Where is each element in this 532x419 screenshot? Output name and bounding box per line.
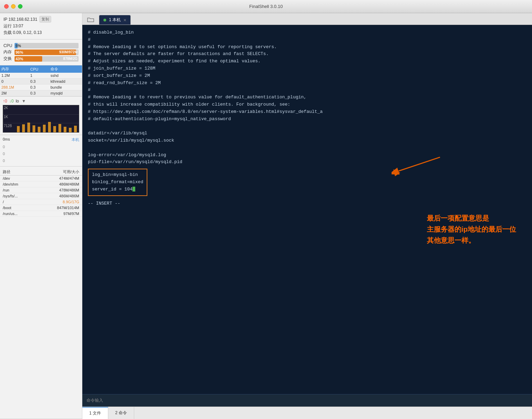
ip-label: IP 192.168.62.131 <box>3 17 37 22</box>
latency-ms: 0ms <box>3 137 10 142</box>
latency-values: 0 0 0 <box>3 144 79 164</box>
folder-button[interactable] <box>85 15 96 25</box>
net-interface: lo <box>16 99 19 104</box>
svg-rect-6 <box>48 122 51 132</box>
process-table: 内存 CPU 命令 1.2M1sshd00.3kthreadd288.1M0.3… <box>0 65 82 96</box>
disk-table-body: /dev474M/474M/dev/shm486M/486M/run478M/4… <box>0 176 82 217</box>
terminal-line: # The server defaults are faster for tra… <box>88 51 526 58</box>
disk-row: /boot847M/1014M <box>0 205 82 211</box>
terminal-line: # https://dev.mysql.com/doc/refman/8.0/e… <box>88 108 526 116</box>
svg-rect-11 <box>74 126 77 132</box>
svg-rect-5 <box>43 125 46 132</box>
svg-rect-3 <box>33 125 35 132</box>
config-line-1: log_bin=mysql-bin <box>92 171 143 179</box>
net-dropdown-icon[interactable]: ▼ <box>22 99 26 104</box>
terminal-line: # Adjust sizes as needed, experiment to … <box>88 58 526 65</box>
terminal-line: # this will increase compatibility with … <box>88 101 526 108</box>
process-table-body: 1.2M1sshd00.3kthreadd288.1M0.3bundle2M0.… <box>0 73 82 96</box>
annotation-arrow-container <box>392 150 447 181</box>
terminal-line: # disable_log_bin <box>88 29 526 36</box>
cpu-progress: CPU 5% <box>3 43 79 48</box>
disk-section: 路径 可用/大小 /dev474M/474M/dev/shm486M/486M/… <box>0 167 82 419</box>
tab-status-dot <box>103 19 106 21</box>
insert-label: -- INSERT -- <box>88 200 526 207</box>
col-mem: 内存 <box>0 65 29 73</box>
annotation-text: 最后一项配置意思是 主服务器的ip地址的最后一位 其他意思一样。 <box>427 213 516 246</box>
latency-section: 0ms 本机 0 0 0 <box>0 135 82 167</box>
app-title: FinalShell 3.0.10 <box>249 4 283 9</box>
disk-row: /8.9G/17G <box>0 199 82 205</box>
net-down: ↓0 <box>9 99 14 104</box>
terminal-line: # default-authentication-plugin=mysql_na… <box>88 116 526 123</box>
process-row: 1.2M1sshd <box>0 73 82 79</box>
process-row: 2M0.3mysqld <box>0 90 82 96</box>
process-row: 288.1M0.3bundle <box>0 84 82 90</box>
mem-bar-bg: 96% 930M/972M <box>15 50 79 55</box>
swap-bar-bg: 43% 878M/2G <box>15 56 79 62</box>
col-cmd: 命令 <box>49 65 82 73</box>
disk-row: /dev/shm486M/486M <box>0 181 82 187</box>
disk-row: /run478M/486M <box>0 187 82 193</box>
titlebar: FinalShell 3.0.10 <box>0 0 532 13</box>
svg-rect-0 <box>17 126 20 132</box>
runtime-row: 运行 13:07 <box>3 23 79 29</box>
svg-rect-10 <box>69 128 72 132</box>
network-chart: 2K 1K 712B <box>3 105 79 133</box>
terminal-content[interactable]: # disable_log_bin## Remove leading # to … <box>82 25 532 394</box>
col-avail: 可用/大小 <box>35 169 82 176</box>
terminal-line: # join_buffer_size = 128M <box>88 65 526 72</box>
process-section: 内存 CPU 命令 1.2M1sshd00.3kthreadd288.1M0.3… <box>0 65 82 97</box>
app-body: IP 192.168.62.131 复制 运行 13:07 负载 0.09, 0… <box>0 13 532 419</box>
right-panel: 1 本机 × # disable_log_bin## Remove leadin… <box>82 13 532 419</box>
terminal-line: log-error=/var/log/mysqld.log <box>88 152 526 159</box>
tab-local[interactable]: 1 本机 × <box>99 15 131 25</box>
svg-rect-7 <box>53 126 56 132</box>
folder-icon <box>87 17 94 23</box>
tab-label: 1 本机 <box>109 17 121 23</box>
sidebar: IP 192.168.62.131 复制 运行 13:07 负载 0.09, 0… <box>0 13 82 419</box>
terminal-line: socket=/var/lib/mysql/mysql.sock <box>88 137 526 144</box>
process-table-header: 内存 CPU 命令 <box>0 65 82 73</box>
cpu-bar-bg: 5% <box>15 43 79 48</box>
runtime-label: 运行 13:07 <box>3 23 23 29</box>
col-cpu: CPU <box>29 65 49 73</box>
terminal-area: # disable_log_bin## Remove leading # to … <box>82 25 532 407</box>
disk-table: 路径 可用/大小 /dev474M/474M/dev/shm486M/486M/… <box>0 169 82 217</box>
annotation-arrow-svg <box>392 150 447 178</box>
terminal-line: # Remove leading # to revert to previous… <box>88 94 526 101</box>
latency-local: 本机 <box>72 137 79 142</box>
process-row: 00.3kthreadd <box>0 79 82 84</box>
highlighted-config-box: log_bin=mysql-bin binlog_format=mixed se… <box>88 169 147 196</box>
resource-section: CPU 5% 内存 96% 930M/972M 交换 <box>0 39 82 65</box>
swap-label: 交换 <box>3 56 13 62</box>
mem-progress: 内存 96% 930M/972M <box>3 49 79 55</box>
cpu-value: 5% <box>16 43 21 48</box>
mem-label: 内存 <box>3 49 13 55</box>
network-header: ↑0 ↓0 lo ▼ <box>3 99 79 104</box>
terminal-line: # read_rnd_buffer_size = 2M <box>88 80 526 87</box>
swap-percent: 43% <box>16 56 23 62</box>
svg-rect-2 <box>27 123 30 132</box>
minimize-button[interactable] <box>11 4 16 9</box>
disk-row: /sys/fs/...486M/486M <box>0 193 82 199</box>
ip-row: IP 192.168.62.131 复制 <box>3 16 79 23</box>
net-up: ↑0 <box>3 99 7 104</box>
terminal-line <box>88 123 526 130</box>
svg-rect-1 <box>22 124 25 132</box>
col-path: 路径 <box>0 169 35 176</box>
cpu-label: CPU <box>3 43 13 48</box>
maximize-button[interactable] <box>18 4 22 9</box>
svg-rect-8 <box>58 124 61 132</box>
close-button[interactable] <box>4 4 9 9</box>
terminal-line: pid-file=/var/run/mysqld/mysqld.pid <box>88 159 526 166</box>
svg-rect-9 <box>64 127 66 132</box>
copy-button[interactable]: 复制 <box>39 16 51 23</box>
bottom-tab-command[interactable]: 2 命令 <box>108 407 134 419</box>
bottom-tabs: 1 文件 2 命令 <box>82 407 532 419</box>
terminal-line: datadir=/var/lib/mysql <box>88 130 526 137</box>
tab-close-button[interactable]: × <box>123 18 126 23</box>
latency-header: 0ms 本机 <box>3 137 79 142</box>
load-row: 负载 0.09, 0.12, 0.13 <box>3 30 79 36</box>
tab-bar: 1 本机 × <box>82 13 532 25</box>
bottom-tab-file[interactable]: 1 文件 <box>82 407 108 419</box>
